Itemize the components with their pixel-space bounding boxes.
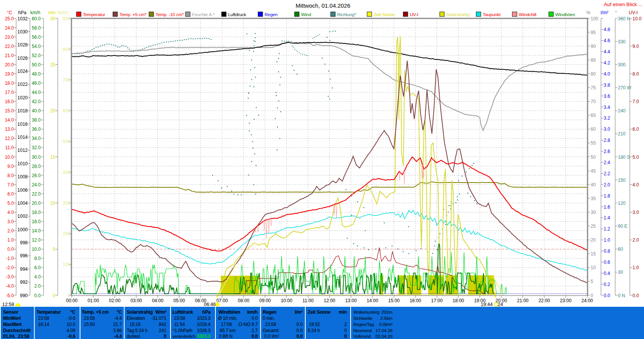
- svg-text:3.4: 3.4: [604, 105, 610, 110]
- svg-text:50: 50: [591, 155, 596, 160]
- svg-text:30: 30: [618, 270, 623, 275]
- svg-text:40: 40: [591, 182, 596, 188]
- svg-text:1022: 1022: [17, 82, 28, 87]
- svg-text:0.0: 0.0: [7, 247, 14, 252]
- svg-text:1023.3: 1023.3: [197, 316, 210, 321]
- svg-text:05:00: 05:00: [174, 298, 185, 303]
- svg-text:14:00: 14:00: [367, 298, 378, 303]
- svg-text:hPa: hPa: [18, 10, 26, 15]
- svg-text:994: 994: [20, 267, 28, 272]
- svg-text:65.7 km: 65.7 km: [220, 328, 235, 333]
- svg-text:Regen/Tag: Regen/Tag: [353, 322, 374, 327]
- svg-text:Temp. -10 cm*: Temp. -10 cm*: [156, 12, 184, 17]
- svg-text:3.2: 3.2: [604, 115, 610, 121]
- svg-text:30: 30: [591, 210, 596, 215]
- svg-text:l/m²: l/m²: [295, 309, 303, 315]
- svg-text:12:00: 12:00: [324, 298, 335, 303]
- svg-text:min: min: [339, 309, 347, 315]
- svg-text:0.0: 0.0: [604, 293, 610, 298]
- svg-text:km/h: km/h: [247, 309, 258, 315]
- svg-text:25: 25: [591, 224, 596, 229]
- svg-text:00:00: 00:00: [66, 298, 78, 303]
- svg-text:13.0: 13.0: [5, 127, 14, 132]
- svg-text:1028: 1028: [17, 42, 28, 48]
- svg-text:0.0 l/m²: 0.0 l/m²: [264, 334, 279, 339]
- svg-text:13:00: 13:00: [345, 298, 357, 303]
- svg-text:1008: 1008: [17, 174, 28, 179]
- svg-text:veränderlich: veränderlich: [172, 334, 195, 339]
- svg-text:60.0: 60.0: [32, 16, 41, 21]
- svg-text:24:00: 24:00: [581, 298, 593, 303]
- svg-text:2.0: 2.0: [604, 182, 610, 188]
- svg-text:95: 95: [591, 30, 596, 35]
- svg-text:0.0: 0.0: [252, 316, 258, 321]
- svg-text:W/m²: W/m²: [155, 309, 166, 315]
- svg-text:241: 241: [159, 328, 167, 333]
- svg-text:-4.0: -4.0: [6, 283, 14, 289]
- svg-text:1.8: 1.8: [604, 193, 610, 199]
- svg-text:W/m²: W/m²: [58, 10, 69, 15]
- svg-text:-3.0: -3.0: [6, 274, 14, 280]
- svg-text:54.0: 54.0: [32, 44, 41, 49]
- svg-text:-2.0: -2.0: [6, 265, 14, 270]
- svg-text:1.0: 1.0: [604, 237, 610, 243]
- svg-text:3.8: 3.8: [604, 82, 610, 88]
- svg-text:2-5km: 2-5km: [380, 316, 392, 321]
- svg-text:19:32: 19:32: [309, 322, 320, 327]
- svg-text:17:00: 17:00: [431, 298, 443, 303]
- svg-text:°C: °C: [7, 10, 12, 15]
- svg-text:O-NO 9.7: O-NO 9.7: [238, 322, 258, 327]
- svg-text:^1.0hPa/h: ^1.0hPa/h: [172, 328, 192, 333]
- svg-text:38.0: 38.0: [32, 117, 41, 123]
- svg-text:Temp. +5 cm*: Temp. +5 cm*: [119, 12, 147, 17]
- svg-text:5: 5: [53, 247, 55, 252]
- svg-text:10.0: 10.0: [5, 155, 14, 160]
- svg-text:08:00: 08:00: [238, 298, 249, 303]
- svg-text:300: 300: [63, 201, 70, 206]
- svg-text:15.0: 15.0: [5, 108, 14, 114]
- svg-text:2.0: 2.0: [7, 228, 14, 234]
- svg-text:UV-I: UV-I: [629, 10, 637, 15]
- svg-text:8.0: 8.0: [632, 71, 639, 77]
- svg-text:36.0: 36.0: [32, 127, 41, 132]
- svg-text:°C: °C: [117, 309, 122, 315]
- svg-text:Wolkenunterg: Wolkenunterg: [353, 310, 379, 314]
- svg-text:6.0: 6.0: [632, 127, 639, 132]
- svg-text:90: 90: [591, 44, 596, 49]
- svg-text:4.09: 4.09: [66, 328, 75, 333]
- svg-text:-0.6: -0.6: [68, 316, 75, 321]
- svg-text:1026: 1026: [17, 56, 28, 61]
- svg-text:09:00: 09:00: [259, 298, 271, 303]
- svg-text:3.0: 3.0: [604, 127, 610, 132]
- svg-text:2.6: 2.6: [604, 149, 610, 154]
- svg-text:992: 992: [20, 280, 28, 285]
- svg-text:60: 60: [618, 247, 623, 252]
- svg-text:Tag:5:24 h: Tag:5:24 h: [127, 328, 147, 333]
- svg-text:23.0: 23.0: [5, 35, 14, 40]
- svg-text:0: 0: [344, 328, 347, 333]
- svg-text:1032: 1032: [17, 16, 28, 21]
- svg-text:3.0: 3.0: [7, 219, 14, 224]
- svg-text:52.0: 52.0: [32, 53, 41, 58]
- svg-text:18.0: 18.0: [5, 81, 14, 86]
- svg-text:1010: 1010: [17, 161, 28, 166]
- svg-text:01.04. 23:58: 01.04. 23:58: [3, 334, 30, 339]
- svg-text:200: 200: [63, 231, 70, 237]
- svg-text:Feuchte A.*: Feuchte A.*: [192, 12, 215, 17]
- svg-text:Solarstrahlg: Solarstrahlg: [446, 12, 470, 17]
- svg-text:50.0: 50.0: [32, 62, 41, 67]
- svg-text:240: 240: [618, 108, 626, 114]
- svg-text:0.8: 0.8: [604, 248, 610, 254]
- svg-text:500: 500: [63, 139, 70, 144]
- svg-text:150: 150: [618, 178, 626, 183]
- svg-text:19:44: 19:44: [481, 302, 493, 307]
- svg-text:0: 0: [591, 293, 593, 298]
- svg-text:14.0: 14.0: [5, 117, 14, 123]
- svg-text:996: 996: [20, 253, 28, 258]
- svg-text:MinWert: MinWert: [3, 316, 21, 321]
- svg-text:85: 85: [591, 58, 596, 63]
- svg-text:0.0: 0.0: [252, 334, 258, 339]
- svg-text:0.6: 0.6: [604, 260, 610, 265]
- svg-text:-31.071: -31.071: [151, 316, 167, 321]
- svg-text:1023.3: 1023.3: [197, 334, 210, 339]
